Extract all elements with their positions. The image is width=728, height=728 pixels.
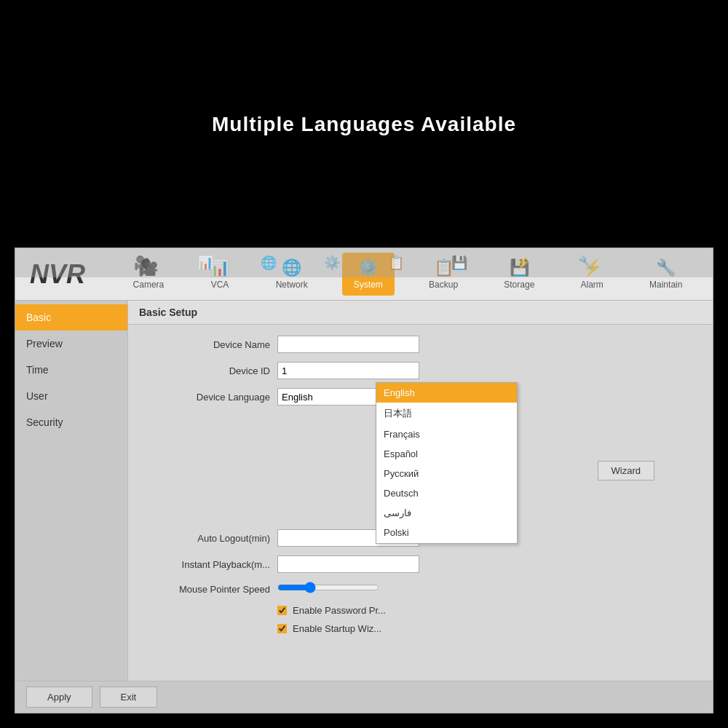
dropdown-option-polish[interactable]: Polski — [376, 523, 517, 542]
nav-items: 🎥 Camera 📊 VCA 🌐 Network ⚙️ System 📋 Bac… — [110, 253, 705, 296]
main-panel: Basic Setup Device Name Device ID Device… — [128, 301, 713, 681]
enable-startup-row: Enable Startup Wiz... — [277, 623, 698, 634]
dropdown-option-french[interactable]: Français — [376, 424, 517, 444]
auto-logout-label: Auto Logout(min) — [143, 533, 270, 544]
device-language-value: English — [282, 392, 313, 403]
sidebar-item-user[interactable]: User — [15, 383, 127, 409]
dropdown-scroll[interactable]: English 日本語 Français Español Русский Deu… — [376, 383, 517, 543]
nav-label-maintain: Maintain — [649, 280, 682, 290]
sidebar-item-preview[interactable]: Preview — [15, 331, 127, 357]
device-id-input[interactable] — [277, 362, 419, 379]
instant-playback-label: Instant Playback(m... — [143, 559, 270, 570]
dropdown-option-spanish[interactable]: Español — [376, 444, 517, 464]
wizard-button[interactable]: Wizard — [598, 461, 654, 480]
storage-icon: 💾 — [510, 258, 529, 277]
sidebar-item-security[interactable]: Security — [15, 409, 127, 435]
dropdown-option-persian[interactable]: فارسی — [376, 503, 517, 523]
bottom-bar: Apply Exit — [15, 681, 713, 713]
instant-playback-input[interactable] — [277, 555, 419, 573]
nav-item-network[interactable]: 🌐 Network — [264, 253, 320, 296]
dropdown-option-english[interactable]: English — [376, 383, 517, 403]
dropdown-option-russian[interactable]: Русский — [376, 464, 517, 483]
mouse-pointer-label: Mouse Pointer Speed — [143, 584, 270, 595]
nav-label-backup: Backup — [429, 280, 458, 290]
form-area: Device Name Device ID Device Language En… — [128, 325, 713, 652]
sidebar-item-basic[interactable]: Basic — [15, 304, 127, 331]
instant-playback-row: Instant Playback(m... — [143, 555, 698, 573]
device-language-label: Device Language — [143, 392, 270, 403]
top-nav: NVR 🎥 Camera 📊 VCA 🌐 Network ⚙️ System 📋… — [15, 248, 713, 301]
dropdown-option-portuguese[interactable]: Português — [376, 542, 517, 543]
nav-label-system: System — [354, 280, 383, 290]
nav-item-alarm[interactable]: ⚡ Alarm — [569, 253, 615, 296]
nav-label-camera: Camera — [133, 280, 165, 290]
sidebar: Basic Preview Time User Security — [15, 301, 128, 681]
enable-startup-checkbox[interactable] — [277, 624, 287, 633]
alarm-icon: ⚡ — [582, 258, 602, 277]
nav-item-system[interactable]: ⚙️ System — [342, 253, 395, 296]
language-dropdown[interactable]: English 日本語 Français Español Русский Deu… — [376, 382, 518, 544]
device-name-label: Device Name — [143, 339, 270, 350]
enable-password-label: Enable Password Pr... — [293, 605, 386, 616]
content-area: Basic Preview Time User Security Basic S… — [15, 301, 713, 681]
nav-item-backup[interactable]: 📋 Backup — [417, 253, 470, 296]
enable-password-checkbox[interactable] — [277, 606, 287, 615]
nav-item-vca[interactable]: 📊 VCA — [198, 253, 241, 296]
sidebar-item-time[interactable]: Time — [15, 357, 127, 383]
nav-label-network: Network — [276, 280, 308, 290]
enable-startup-label: Enable Startup Wiz... — [293, 623, 381, 634]
nav-label-storage: Storage — [504, 280, 534, 290]
exit-button[interactable]: Exit — [100, 687, 158, 708]
nav-item-maintain[interactable]: 🔧 Maintain — [638, 253, 694, 296]
nav-label-alarm: Alarm — [581, 280, 604, 290]
nav-label-vca: VCA — [211, 280, 229, 290]
mouse-pointer-slider[interactable] — [277, 582, 379, 593]
slider-wrap — [277, 582, 379, 596]
backup-icon: 📋 — [434, 258, 454, 277]
enable-password-row: Enable Password Pr... — [277, 605, 698, 616]
device-name-row: Device Name — [143, 336, 698, 353]
ui-container: 🎥 📊 🌐 ⚙️ 📋 💾 ⚡ 🔧 NVR 🎥 Camera 📊 VCA 🌐 Ne… — [15, 248, 713, 713]
dropdown-option-german[interactable]: Deutsch — [376, 483, 517, 503]
nav-item-storage[interactable]: 💾 Storage — [492, 253, 546, 296]
vca-icon: 📊 — [210, 258, 229, 277]
mouse-pointer-row: Mouse Pointer Speed — [143, 582, 698, 596]
nav-item-camera[interactable]: 🎥 Camera — [122, 253, 176, 296]
maintain-icon: 🔧 — [656, 258, 676, 277]
device-id-row: Device ID — [143, 362, 698, 379]
apply-button[interactable]: Apply — [26, 687, 92, 708]
system-icon: ⚙️ — [358, 258, 378, 277]
nvr-logo: NVR — [23, 259, 110, 290]
hero-title: Multiple Languages Available — [0, 113, 728, 136]
device-name-input[interactable] — [277, 336, 419, 353]
network-icon: 🌐 — [282, 258, 301, 277]
panel-title: Basic Setup — [128, 301, 713, 325]
camera-icon: 🎥 — [138, 258, 158, 277]
device-id-label: Device ID — [143, 365, 270, 376]
dropdown-option-japanese[interactable]: 日本語 — [376, 403, 517, 424]
